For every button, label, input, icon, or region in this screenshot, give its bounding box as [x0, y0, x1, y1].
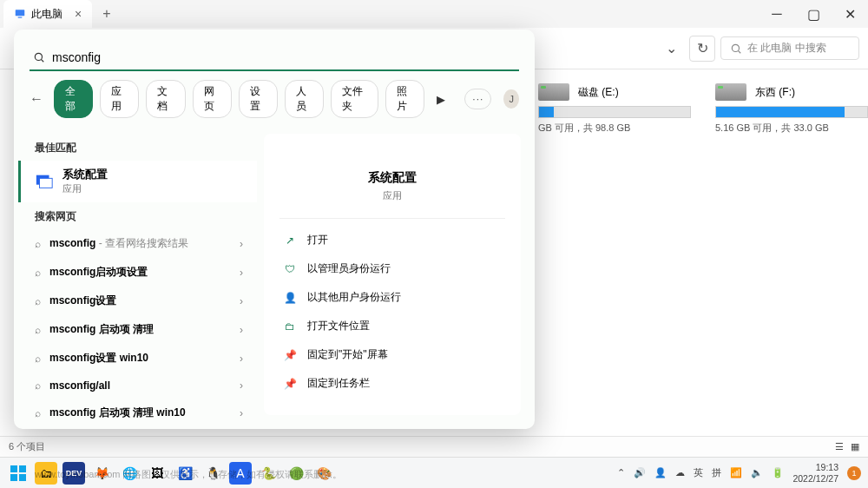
titlebar: 此电脑 × + ─ ▢ ✕ [0, 0, 868, 28]
close-button[interactable]: ✕ [832, 0, 868, 28]
drive-f[interactable]: 东西 (F:) 5.16 GB 可用，共 33.0 GB [715, 83, 868, 135]
system-tray: ⌃ 🔊 👤 ☁ 英 拼 📶 🔈 🔋 19:13 2022/12/27 1 [617, 462, 861, 484]
svg-rect-7 [40, 178, 53, 188]
filter-web[interactable]: 网页 [193, 80, 232, 118]
web-result-item[interactable]: ⌕msconfig - 查看网络搜索结果› [21, 229, 257, 258]
open-icon: ↗ [283, 234, 297, 247]
more-options-icon[interactable]: ··· [464, 89, 491, 109]
preview-title: 系统配置 [368, 170, 417, 186]
svg-rect-14 [10, 474, 17, 481]
back-icon[interactable]: ← [30, 91, 43, 107]
clock[interactable]: 19:13 2022/12/27 [792, 462, 838, 484]
search-icon [33, 51, 45, 63]
ime-indicator-1[interactable]: 英 [694, 466, 703, 479]
search-icon: ⌕ [35, 353, 41, 365]
new-tab-button[interactable]: + [102, 6, 110, 22]
chevron-right-icon: › [240, 379, 243, 392]
filter-people[interactable]: 人员 [285, 80, 324, 118]
action-pin-start[interactable]: 📌固定到"开始"屏幕 [279, 340, 505, 369]
this-pc-icon [14, 8, 26, 20]
address-dropdown-icon[interactable]: ⌄ [658, 36, 684, 62]
explorer-statusbar: 6 个项目 ☰ ▦ [0, 436, 868, 457]
action-open[interactable]: ↗打开 [279, 226, 505, 254]
chevron-right-icon: › [240, 295, 243, 307]
filter-docs[interactable]: 文档 [146, 80, 185, 118]
minimize-button[interactable]: ─ [759, 0, 795, 28]
start-search-panel: ← 全部 应用 文档 网页 设置 人员 文件夹 照片 ▶ ··· J 最佳匹配 … [14, 30, 535, 429]
web-result-label: msconfig - 查看网络搜索结果 [49, 236, 231, 251]
action-pin-taskbar[interactable]: 📌固定到任务栏 [279, 369, 505, 398]
svg-point-2 [732, 44, 739, 51]
pin-icon: 📌 [283, 349, 297, 361]
best-match-item[interactable]: 系统配置 应用 [18, 161, 257, 202]
ime-indicator-2[interactable]: 拼 [712, 466, 721, 479]
filter-apps[interactable]: 应用 [100, 80, 139, 118]
tray-sound-icon[interactable]: 🔈 [751, 467, 763, 478]
details-view-icon[interactable]: ☰ [835, 441, 844, 452]
svg-line-3 [738, 50, 740, 53]
svg-line-5 [41, 59, 43, 62]
shield-icon: 🛡 [283, 263, 297, 275]
web-result-label: msconfig启动项设置 [49, 265, 231, 280]
chevron-right-icon: › [240, 407, 243, 419]
tray-chevron-icon[interactable]: ⌃ [617, 467, 625, 478]
search-icon [730, 43, 742, 55]
best-match-title: 系统配置 [62, 168, 108, 182]
svg-rect-15 [19, 474, 26, 481]
svg-rect-1 [18, 17, 23, 18]
close-tab-icon[interactable]: × [75, 7, 82, 21]
web-result-item[interactable]: ⌕msconfig/all› [21, 373, 257, 399]
web-result-item[interactable]: ⌕msconfig 启动项 清理› [21, 315, 257, 344]
tray-wifi-icon[interactable]: 📶 [730, 467, 742, 478]
section-best-match: 最佳匹配 [21, 134, 257, 161]
msconfig-icon [35, 172, 54, 191]
web-result-label: msconfig 启动项 清理 win10 [49, 406, 231, 420]
drive-usage-bar [538, 106, 691, 118]
search-icon: ⌕ [35, 407, 41, 419]
section-web: 搜索网页 [21, 202, 257, 229]
maximize-button[interactable]: ▢ [795, 0, 832, 28]
chevron-right-icon: › [240, 267, 243, 279]
filter-photos[interactable]: 照片 [385, 80, 424, 118]
web-result-label: msconfig设置 [49, 293, 231, 308]
action-run-other-user[interactable]: 👤以其他用户身份运行 [279, 283, 505, 312]
filter-more-icon[interactable]: ▶ [431, 93, 450, 106]
web-result-item[interactable]: ⌕msconfig设置 win10› [21, 344, 257, 373]
start-button[interactable] [7, 462, 30, 485]
search-icon: ⌕ [35, 379, 41, 392]
tray-battery-icon[interactable]: 🔋 [772, 467, 784, 478]
action-run-admin[interactable]: 🛡以管理员身份运行 [279, 254, 505, 283]
window-controls: ─ ▢ ✕ [759, 0, 868, 28]
results-body: 最佳匹配 系统配置 应用 搜索网页 ⌕msconfig - 查看网络搜索结果›⌕… [14, 127, 535, 429]
chevron-right-icon: › [240, 238, 243, 250]
tray-volume-icon[interactable]: 🔊 [634, 467, 646, 478]
filter-folders[interactable]: 文件夹 [331, 80, 378, 118]
drive-info: 5.16 GB 可用，共 33.0 GB [715, 122, 868, 135]
explorer-search-input[interactable]: 在 此电脑 中搜索 [720, 36, 859, 60]
action-open-location[interactable]: 🗀打开文件位置 [279, 312, 505, 340]
tray-app-icon[interactable]: ☁ [675, 467, 685, 478]
pin-icon: 📌 [283, 378, 297, 390]
web-result-item[interactable]: ⌕msconfig启动项设置› [21, 258, 257, 287]
drive-icon [715, 83, 746, 101]
drive-e[interactable]: 磁盘 (E:) GB 可用，共 98.8 GB [538, 83, 691, 135]
filter-row: ← 全部 应用 文档 网页 设置 人员 文件夹 照片 ▶ ··· J [14, 80, 535, 127]
action-list: ↗打开 🛡以管理员身份运行 👤以其他用户身份运行 🗀打开文件位置 📌固定到"开始… [279, 218, 505, 398]
svg-rect-13 [19, 465, 26, 472]
explorer-search-placeholder: 在 此电脑 中搜索 [747, 41, 826, 56]
search-icon: ⌕ [35, 267, 41, 279]
filter-settings[interactable]: 设置 [239, 80, 278, 118]
browser-tab[interactable]: 此电脑 × [3, 0, 92, 28]
folder-icon: 🗀 [283, 320, 297, 333]
refresh-button[interactable]: ↻ [689, 36, 715, 62]
grid-view-icon[interactable]: ▦ [851, 441, 859, 452]
chevron-right-icon: › [240, 324, 243, 336]
search-input[interactable] [52, 50, 516, 64]
filter-all[interactable]: 全部 [54, 80, 93, 118]
user-avatar[interactable]: J [503, 89, 519, 109]
web-result-item[interactable]: ⌕msconfig 启动项 清理 win10› [21, 399, 257, 427]
notification-badge[interactable]: 1 [847, 466, 861, 480]
tray-user-icon[interactable]: 👤 [654, 467, 667, 478]
results-left-column: 最佳匹配 系统配置 应用 搜索网页 ⌕msconfig - 查看网络搜索结果›⌕… [14, 127, 257, 429]
web-result-item[interactable]: ⌕msconfig设置› [21, 287, 257, 315]
